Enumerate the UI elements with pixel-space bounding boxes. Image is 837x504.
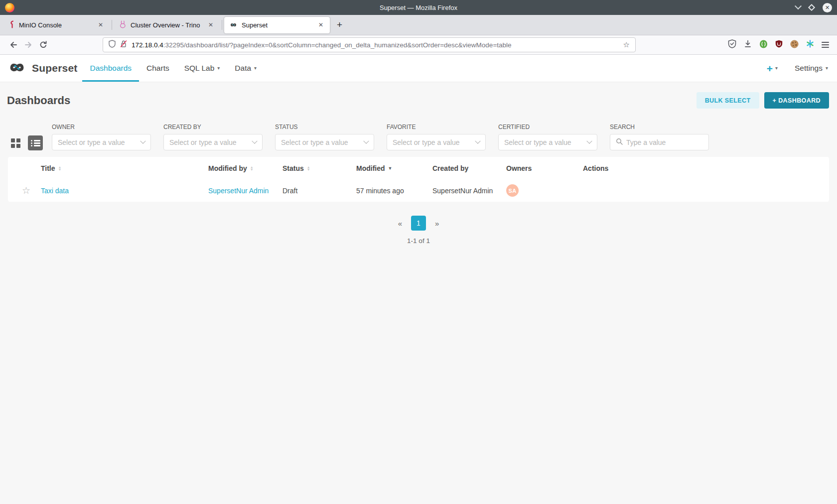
chevron-down-icon [475,138,480,143]
column-created-by: Created by [432,164,506,172]
cookie-icon[interactable] [790,40,799,50]
back-icon[interactable] [6,37,21,52]
caret-down-icon: ▾ [217,66,220,71]
created-by-cell: SupersetNur Admin [432,187,506,195]
forward-icon[interactable] [21,37,36,52]
insecure-lock-icon[interactable] [120,40,127,50]
settings-label: Settings [795,64,823,73]
dashboard-title-link[interactable]: Taxi data [41,187,69,195]
ublock-shield-icon[interactable] [775,40,783,50]
window-controls: ✕ [796,3,832,12]
grid-view-icon [11,138,20,148]
sort-icons: ▲▼ [307,166,310,171]
url-text[interactable]: 172.18.0.4:32295/dashboard/list/?pageInd… [132,41,619,49]
tab-label: Cluster Overview - Trino [131,21,203,29]
favorite-select[interactable] [387,134,486,150]
modified-by-link[interactable]: SupersetNur Admin [208,187,269,195]
view-mode-toggles [8,135,43,150]
pagination-summary: 1-1 of 1 [0,237,837,245]
tab-trino-cluster-overview[interactable]: Cluster Overview - Trino ✕ [114,17,220,33]
status-select-input[interactable] [281,138,361,146]
filter-certified: CERTIFIED [498,124,597,150]
column-status[interactable]: Status ▲▼ [282,164,356,172]
column-modified[interactable]: Modified ▼ [356,164,432,172]
download-icon[interactable] [744,40,752,50]
list-view-icon [31,139,40,147]
settings-menu[interactable]: Settings ▾ [795,64,828,73]
owner-select-input[interactable] [58,138,138,146]
search-input[interactable] [626,138,703,146]
window-titlebar: Superset — Mozilla Firefox ✕ [0,0,837,15]
owner-avatar[interactable]: SA [506,184,519,197]
card-view-toggle[interactable] [8,135,23,150]
column-title[interactable]: Title ▲▼ [41,164,208,172]
certified-select[interactable] [498,134,597,150]
certified-select-input[interactable] [504,138,584,146]
column-label: Actions [583,164,608,172]
browser-tab-strip: MinIO Console ✕ Cluster Overview - Trino… [0,15,837,35]
pagination-next-icon[interactable]: » [432,219,442,228]
url-path: :32295/dashboard/list/?pageIndex=0&sortC… [163,41,512,49]
superset-logo-icon [6,62,27,75]
nav-item-label: Dashboards [90,64,132,73]
chevron-down-icon [363,138,369,143]
filter-created-by: CREATED BY [163,124,263,150]
superset-brand[interactable]: Superset [6,55,77,82]
list-view-toggle[interactable] [28,135,43,150]
url-bar[interactable]: 172.18.0.4:32295/dashboard/list/?pageInd… [103,37,636,52]
status-select[interactable] [275,134,374,150]
tab-close-icon[interactable]: ✕ [207,21,215,29]
new-tab-button[interactable]: + [337,19,342,30]
column-label: Modified by [208,164,247,172]
reload-icon[interactable] [36,37,51,52]
page-header: Dashboards BULK SELECT + DASHBOARD [0,82,837,109]
pagination-prev-icon[interactable]: « [395,219,405,228]
page-title: Dashboards [7,94,70,107]
dashboard-title-cell: Taxi data [41,187,208,195]
created-by-select-input[interactable] [169,138,249,146]
nav-item-label: SQL Lab [184,64,215,73]
pagination: « 1 » [0,216,837,231]
window-maximize-icon[interactable] [808,4,815,11]
tracking-shield-icon[interactable] [109,40,116,50]
owner-select[interactable] [52,134,151,150]
new-item-menu[interactable]: + ▾ [767,63,778,74]
url-host: 172.18.0.4 [132,41,163,49]
sort-icons: ▲▼ [250,166,254,171]
chevron-down-icon [140,138,145,143]
sort-icons: ▲▼ [58,166,62,171]
toolbar-extensions [728,39,831,50]
window-minimize-icon[interactable] [795,2,802,9]
tab-close-icon[interactable]: ✕ [317,21,325,29]
tab-close-icon[interactable]: ✕ [97,21,105,29]
nav-item-charts[interactable]: Charts [139,55,177,82]
tab-minio-console[interactable]: MinIO Console ✕ [4,17,110,33]
bulk-select-button[interactable]: BULK SELECT [697,92,759,109]
column-label: Modified [356,164,385,172]
tab-label: MinIO Console [19,21,93,29]
favorite-select-input[interactable] [393,138,472,146]
nav-item-sql-lab[interactable]: SQL Lab ▾ [177,55,228,82]
favorite-star-icon[interactable]: ☆ [22,186,30,195]
firefox-logo-icon [5,3,14,12]
extension-asterisk-icon[interactable] [806,40,814,50]
nav-item-data[interactable]: Data ▾ [227,55,264,82]
protections-shield-check-icon[interactable] [728,39,736,50]
superset-navbar: Superset Dashboards Charts SQL Lab ▾ Dat… [0,55,837,82]
filter-favorite: FAVORITE [387,124,486,150]
pagination-current-page[interactable]: 1 [411,216,426,231]
filter-label: CERTIFIED [498,124,597,130]
column-modified-by[interactable]: Modified by ▲▼ [208,164,282,172]
status-cell: Draft [282,187,356,195]
tab-superset-active[interactable]: Superset ✕ [224,17,330,33]
window-close-icon[interactable]: ✕ [823,3,832,12]
nav-item-dashboards[interactable]: Dashboards [82,55,139,82]
extension-green-icon[interactable] [759,40,768,50]
filter-label: OWNER [52,124,151,130]
search-box[interactable] [610,134,709,150]
bookmark-star-icon[interactable]: ☆ [623,40,630,49]
minio-flamingo-icon [9,20,15,30]
created-by-select[interactable] [163,134,263,150]
menu-hamburger-icon[interactable] [822,40,829,49]
add-dashboard-button[interactable]: + DASHBOARD [764,92,829,109]
